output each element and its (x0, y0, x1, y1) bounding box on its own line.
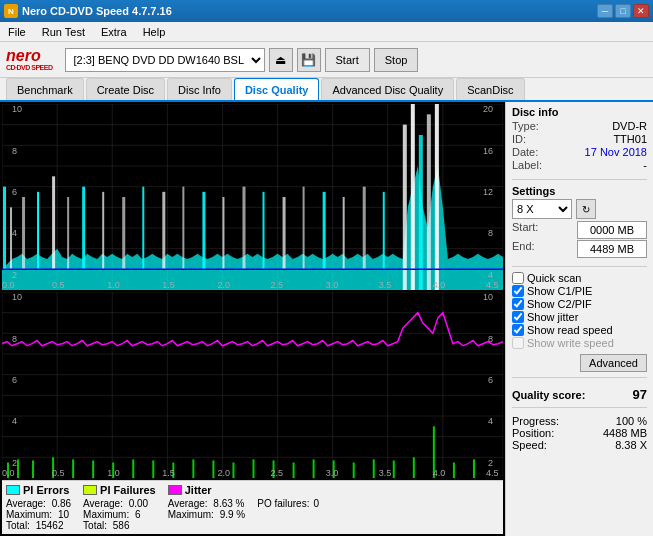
svg-rect-97 (212, 460, 214, 478)
right-panel: Disc info Type: DVD-R ID: TTH01 Date: 17… (505, 102, 653, 536)
svg-text:1.0: 1.0 (107, 468, 120, 478)
checkboxes-section: Quick scan Show C1/PIE Show C2/PIF Show … (512, 272, 647, 350)
svg-text:2.5: 2.5 (271, 468, 284, 478)
start-mb-input[interactable] (577, 221, 647, 239)
svg-rect-21 (22, 197, 25, 269)
svg-rect-109 (453, 463, 455, 479)
show-c1pie-checkbox[interactable] (512, 285, 524, 297)
show-write-speed-checkbox (512, 337, 524, 349)
end-mb-input[interactable] (577, 240, 647, 258)
menu-help[interactable]: Help (139, 24, 170, 40)
nero-logo-text: nero (6, 48, 49, 64)
svg-text:4: 4 (488, 269, 493, 279)
tab-create-disc[interactable]: Create Disc (86, 78, 165, 100)
tab-scandisc[interactable]: ScanDisc (456, 78, 524, 100)
pi-failures-title: PI Failures (100, 484, 156, 496)
legend-pi-failures: PI Failures Average: 0.00 Maximum: 6 Tot… (83, 484, 156, 531)
svg-text:3.0: 3.0 (326, 468, 339, 478)
start-button[interactable]: Start (325, 48, 370, 72)
progress-value: 100 % (616, 415, 647, 427)
svg-text:8: 8 (488, 333, 493, 343)
svg-rect-20 (10, 207, 12, 269)
disc-info-title: Disc info (512, 106, 647, 118)
svg-rect-45 (435, 104, 439, 290)
speed-value: 8.38 X (615, 439, 647, 451)
svg-rect-88 (32, 460, 34, 478)
close-button[interactable]: ✕ (633, 4, 649, 18)
svg-rect-26 (102, 192, 104, 269)
refresh-button[interactable]: ↻ (576, 199, 596, 219)
main-area: 20 16 12 8 4 10 8 6 4 2 0.0 0.5 1.0 1.5 … (0, 102, 653, 536)
svg-rect-96 (192, 459, 194, 478)
tab-benchmark[interactable]: Benchmark (6, 78, 84, 100)
jit-avg-value: 8.63 % (213, 498, 244, 509)
advanced-button[interactable]: Advanced (580, 354, 647, 372)
svg-rect-33 (242, 187, 245, 270)
toolbar: nero CD·DVD SPEED [2:3] BENQ DVD DD DW16… (0, 42, 653, 78)
jit-max-value: 9.9 % (220, 509, 246, 520)
speed-select[interactable]: 8 X (512, 199, 572, 219)
svg-rect-87 (17, 459, 19, 478)
tab-disc-quality[interactable]: Disc Quality (234, 78, 320, 100)
app-icon: N (4, 4, 18, 18)
show-write-speed-label: Show write speed (527, 337, 614, 349)
show-c2pif-checkbox[interactable] (512, 298, 524, 310)
minimize-button[interactable]: ─ (597, 4, 613, 18)
menu-runtest[interactable]: Run Test (38, 24, 89, 40)
quick-scan-checkbox[interactable] (512, 272, 524, 284)
disc-label-row: Label: - (512, 159, 647, 171)
svg-rect-102 (313, 459, 315, 478)
show-read-speed-checkbox[interactable] (512, 324, 524, 336)
svg-rect-19 (3, 187, 6, 270)
svg-rect-110 (473, 459, 475, 478)
nero-sub-text: CD·DVD SPEED (6, 64, 53, 71)
pif-max-value: 6 (135, 509, 141, 520)
tab-advanced-disc-quality[interactable]: Advanced Disc Quality (321, 78, 454, 100)
svg-text:16: 16 (483, 145, 493, 155)
svg-text:2.0: 2.0 (217, 280, 230, 290)
svg-text:8: 8 (12, 145, 17, 155)
svg-text:2.0: 2.0 (217, 468, 230, 478)
svg-text:10: 10 (12, 292, 22, 302)
position-row: Position: 4488 MB (512, 427, 647, 439)
settings-title: Settings (512, 185, 647, 197)
settings-section: Settings 8 X ↻ Start: End: (512, 185, 647, 259)
svg-rect-98 (232, 463, 234, 479)
quality-score-value: 97 (633, 387, 647, 402)
svg-text:10: 10 (483, 292, 493, 302)
jitter-chart-svg: 10 8 6 4 2 10 8 6 4 2 0.0 0.5 1.0 1.5 2.… (2, 292, 503, 478)
pi-errors-color (6, 485, 20, 495)
disc-type-value: DVD-R (612, 120, 647, 132)
svg-text:1.0: 1.0 (107, 280, 120, 290)
svg-rect-36 (303, 187, 305, 270)
svg-text:6: 6 (488, 375, 493, 385)
pie-chart: 20 16 12 8 4 10 8 6 4 2 0.0 0.5 1.0 1.5 … (2, 104, 503, 290)
svg-rect-91 (92, 460, 94, 478)
drive-select[interactable]: [2:3] BENQ DVD DD DW1640 BSLB (65, 48, 265, 72)
menu-file[interactable]: File (4, 24, 30, 40)
svg-text:6: 6 (12, 375, 17, 385)
show-c2pif-label: Show C2/PIF (527, 298, 592, 310)
po-fail-value: 0 (313, 498, 319, 509)
disc-id-value: TTH01 (613, 133, 647, 145)
eject-icon[interactable]: ⏏ (269, 48, 293, 72)
divider-4 (512, 407, 647, 408)
legend-pi-errors: PI Errors Average: 0.86 Maximum: 10 Tota… (6, 484, 71, 531)
save-icon[interactable]: 💾 (297, 48, 321, 72)
stop-button[interactable]: Stop (374, 48, 419, 72)
maximize-button[interactable]: □ (615, 4, 631, 18)
svg-rect-41 (403, 125, 407, 290)
jit-avg-label: Average: (168, 498, 208, 509)
divider-2 (512, 266, 647, 267)
show-c2pif-row: Show C2/PIF (512, 298, 647, 310)
show-jitter-checkbox[interactable] (512, 311, 524, 323)
pi-failures-color (83, 485, 97, 495)
svg-text:0.5: 0.5 (52, 468, 65, 478)
disc-type-label: Type: (512, 120, 539, 132)
tab-disc-info[interactable]: Disc Info (167, 78, 232, 100)
jit-max-label: Maximum: (168, 509, 214, 520)
svg-rect-34 (263, 192, 265, 269)
menu-extra[interactable]: Extra (97, 24, 131, 40)
svg-text:20: 20 (483, 104, 493, 114)
svg-rect-90 (72, 459, 74, 478)
